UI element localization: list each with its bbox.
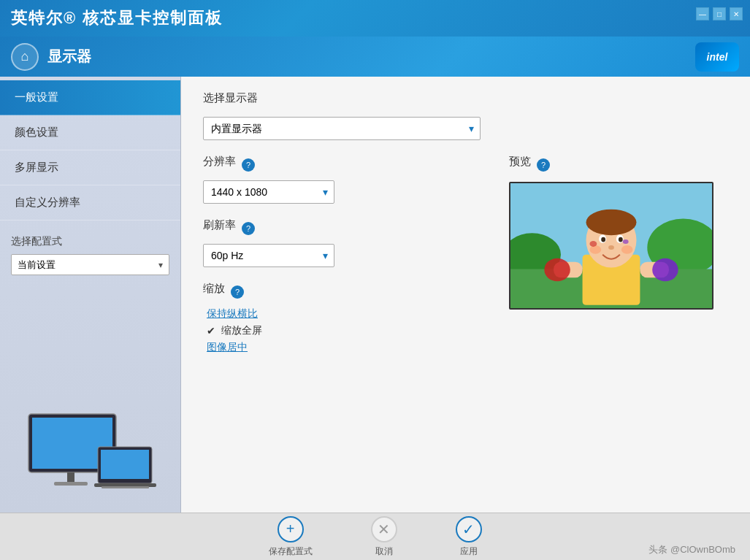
window-controls: — □ ✕ — [696, 7, 743, 20]
svg-point-23 — [544, 258, 570, 282]
display-selector-header: 选择显示器 — [203, 91, 728, 111]
main-layout: 一般设置 颜色设置 多屏显示 自定义分辨率 选择配置式 当前设置 ▾ — [0, 77, 750, 513]
refresh-rate-label: 刷新率 — [203, 218, 236, 232]
app-title: 英特尔® 核芯显卡控制面板 — [11, 7, 223, 29]
scaling-help-icon[interactable]: ? — [231, 285, 244, 299]
apply-label: 应用 — [460, 545, 478, 558]
resolution-header: 分辨率 ? — [203, 155, 480, 174]
monitor-svg — [25, 410, 156, 505]
svg-point-27 — [623, 239, 629, 244]
preview-image — [509, 182, 713, 310]
refresh-rate-header: 刷新率 ? — [203, 218, 480, 238]
sidebar-item-color[interactable]: 颜色设置 — [0, 115, 180, 150]
left-column: 分辨率 ? 1440 x 1080 1920 x 1080 1280 x 720… — [203, 155, 480, 369]
cancel-circle: ✕ — [371, 516, 397, 542]
maximize-button[interactable]: □ — [713, 7, 726, 20]
apply-circle: ✓ — [456, 516, 482, 542]
svg-point-26 — [589, 241, 597, 247]
preview-child-svg — [510, 182, 712, 310]
resolution-help-icon[interactable]: ? — [242, 158, 255, 172]
cancel-button[interactable]: ✕ 取消 — [371, 516, 397, 558]
content-area: 选择显示器 内置显示器 ▾ 分辨率 ? 14 — [181, 77, 750, 513]
scaling-fullscreen[interactable]: ✔ 缩放全屏 — [207, 324, 480, 337]
preview-label: 预览 — [509, 155, 531, 169]
refresh-rate-group: 刷新率 ? 60p Hz 30p Hz ▾ — [203, 218, 480, 267]
scaling-fullscreen-label: 缩放全屏 — [221, 324, 262, 337]
apply-icon: ✓ — [462, 521, 475, 538]
scaling-keep-ratio-label: 保持纵横比 — [207, 307, 258, 321]
scaling-header: 缩放 ? — [203, 282, 480, 302]
save-config-icon: + — [286, 521, 295, 537]
svg-point-18 — [619, 237, 623, 242]
svg-point-17 — [601, 237, 605, 242]
header: ⌂ 显示器 intel — [0, 37, 750, 77]
svg-point-21 — [621, 245, 633, 254]
apply-button[interactable]: ✓ 应用 — [456, 516, 482, 558]
svg-rect-2 — [67, 472, 74, 483]
scaling-center[interactable]: 图像居中 — [207, 341, 480, 354]
svg-point-25 — [652, 258, 678, 282]
scaling-group: 缩放 ? 保持纵横比 ✔ 缩放全屏 图像居中 — [203, 282, 480, 354]
minimize-button[interactable]: — — [696, 7, 709, 20]
svg-rect-5 — [101, 450, 149, 479]
svg-rect-7 — [102, 486, 149, 488]
header-title: 显示器 — [47, 47, 91, 66]
svg-point-20 — [589, 245, 601, 254]
display-selector-select[interactable]: 内置显示器 — [204, 118, 480, 139]
watermark: 头条 @ClOwnBOmb — [648, 543, 735, 556]
svg-rect-3 — [54, 482, 88, 486]
home-button[interactable]: ⌂ — [11, 43, 39, 71]
config-select[interactable]: 当前设置 — [12, 255, 169, 275]
monitor-image — [0, 275, 180, 513]
config-label: 选择配置式 — [11, 235, 169, 248]
sidebar-item-multiscreen[interactable]: 多屏显示 — [0, 150, 180, 185]
home-icon: ⌂ — [21, 49, 29, 64]
refresh-rate-help-icon[interactable]: ? — [242, 222, 255, 235]
resolution-label: 分辨率 — [203, 155, 236, 169]
cancel-label: 取消 — [375, 545, 393, 558]
save-config-button[interactable]: + 保存配置式 — [269, 516, 313, 558]
intel-logo: intel — [695, 42, 739, 72]
title-bar: 英特尔® 核芯显卡控制面板 — □ ✕ — [0, 0, 750, 37]
display-selector-wrapper: 内置显示器 ▾ — [203, 117, 481, 140]
scaling-fullscreen-check: ✔ — [207, 325, 215, 337]
scaling-center-label: 图像居中 — [207, 341, 248, 354]
display-selector-group: 选择显示器 内置显示器 ▾ — [203, 91, 728, 140]
resolution-select-wrapper: 1440 x 1080 1920 x 1080 1280 x 720 ▾ — [203, 180, 334, 204]
scaling-options: 保持纵横比 ✔ 缩放全屏 图像居中 — [203, 307, 480, 354]
save-config-circle: + — [278, 516, 304, 542]
preview-header: 预览 ? — [509, 155, 728, 174]
cancel-icon: ✕ — [378, 521, 390, 538]
display-selector-label: 选择显示器 — [203, 91, 258, 105]
sidebar-item-custom-resolution[interactable]: 自定义分辨率 — [0, 185, 180, 220]
svg-point-14 — [586, 210, 637, 235]
scaling-label: 缩放 — [203, 282, 225, 296]
close-button[interactable]: ✕ — [730, 7, 743, 20]
refresh-rate-select-wrapper: 60p Hz 30p Hz ▾ — [203, 244, 334, 267]
save-config-label: 保存配置式 — [269, 545, 313, 558]
right-column: 预览 ? — [509, 155, 728, 369]
two-column-layout: 分辨率 ? 1440 x 1080 1920 x 1080 1280 x 720… — [203, 155, 728, 369]
resolution-group: 分辨率 ? 1440 x 1080 1920 x 1080 1280 x 720… — [203, 155, 480, 204]
refresh-rate-select[interactable]: 60p Hz 30p Hz — [204, 245, 334, 266]
svg-point-19 — [608, 245, 614, 250]
sidebar-item-general[interactable]: 一般设置 — [0, 80, 180, 115]
bottom-bar: + 保存配置式 ✕ 取消 ✓ 应用 头条 @ClOwnBOmb — [0, 513, 750, 560]
config-select-wrapper: 当前设置 ▾ — [11, 254, 169, 275]
scaling-keep-ratio[interactable]: 保持纵横比 — [207, 307, 480, 321]
preview-help-icon[interactable]: ? — [537, 158, 550, 172]
resolution-select[interactable]: 1440 x 1080 1920 x 1080 1280 x 720 — [204, 181, 334, 203]
sidebar: 一般设置 颜色设置 多屏显示 自定义分辨率 选择配置式 当前设置 ▾ — [0, 77, 181, 513]
config-section: 选择配置式 当前设置 ▾ — [0, 235, 180, 275]
